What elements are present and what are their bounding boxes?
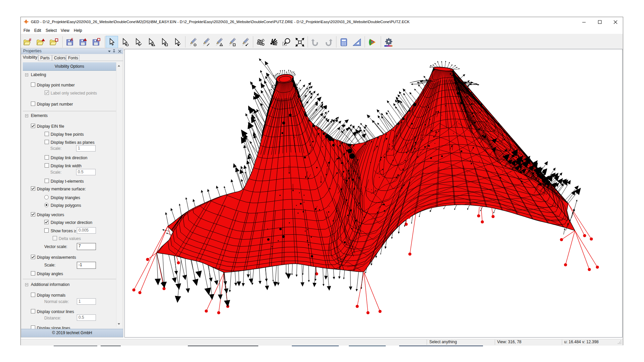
svg-text:#: #	[71, 38, 73, 42]
svg-text:#: #	[29, 38, 32, 42]
